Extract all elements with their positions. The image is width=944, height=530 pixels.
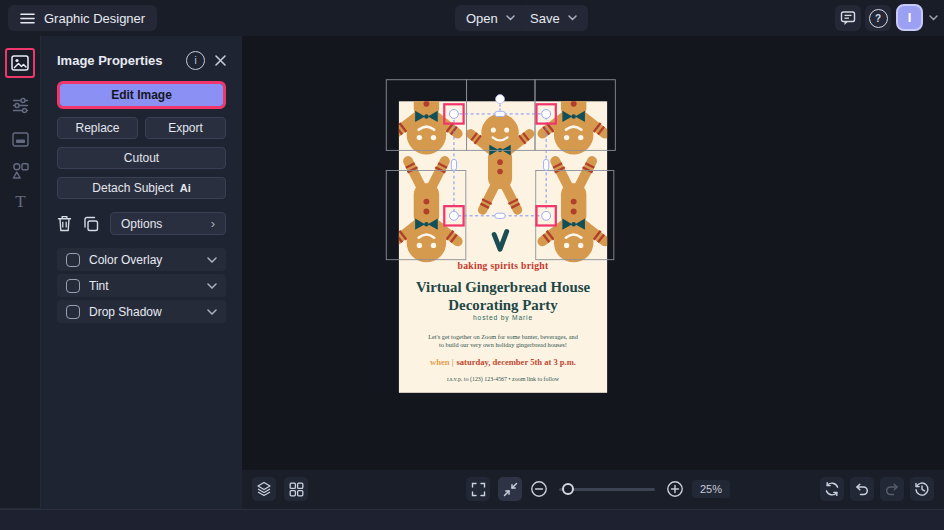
feedback-button[interactable] xyxy=(835,5,861,31)
tint-checkbox[interactable] xyxy=(66,279,80,293)
invite-title-line1: Virtual Gingerbread House xyxy=(416,279,591,295)
resize-handle-right[interactable] xyxy=(544,159,549,170)
annotation-highlight-edit-image: Edit Image xyxy=(57,81,226,109)
cutout-button[interactable]: Cutout xyxy=(57,147,226,169)
invite-rsvp: r.s.v.p. to (123) 123-4567 • zoom link t… xyxy=(447,376,560,383)
ai-badge: Ai xyxy=(180,182,191,194)
avatar[interactable]: I xyxy=(896,4,923,31)
chevron-down-icon[interactable] xyxy=(207,309,217,315)
layers-icon xyxy=(256,481,272,497)
adjustments-icon xyxy=(12,97,29,114)
fit-screen-icon xyxy=(503,482,518,497)
open-button[interactable]: Open xyxy=(455,5,526,31)
sidebar-tool-canvas[interactable] xyxy=(0,124,41,154)
chevron-down-icon[interactable] xyxy=(207,283,217,289)
options-button[interactable]: Options › xyxy=(110,212,226,235)
bottom-toolbar: 25% xyxy=(242,470,944,509)
hamburger-menu-icon[interactable] xyxy=(20,13,35,24)
sync-icon xyxy=(824,481,840,497)
image-icon xyxy=(11,55,29,71)
canvas-area[interactable]: baking spirits bright Virtual Gingerbrea… xyxy=(242,36,944,470)
zoom-in-button[interactable] xyxy=(666,480,684,498)
invite-body-line1: Let's get together on Zoom for some bant… xyxy=(428,333,579,340)
resize-handle-bottom[interactable] xyxy=(495,213,505,218)
resize-handle-top-left[interactable] xyxy=(449,109,458,118)
info-icon[interactable]: i xyxy=(186,51,205,70)
invite-body-line2: to build our very own holiday gingerbrea… xyxy=(439,341,567,348)
app-title: Graphic Designer xyxy=(44,11,145,26)
plus-circle-icon xyxy=(666,480,684,498)
account-menu-caret[interactable] xyxy=(929,15,938,21)
frame-icon xyxy=(12,132,29,147)
sidebar-tool-image[interactable] xyxy=(11,55,29,71)
tint-row[interactable]: Tint xyxy=(57,274,226,297)
canvas-stage[interactable]: baking spirits bright Virtual Gingerbrea… xyxy=(242,36,944,470)
history-icon xyxy=(914,481,930,497)
refresh-button[interactable] xyxy=(820,477,844,501)
zoom-level-value[interactable]: 25% xyxy=(692,480,730,498)
fullscreen-button[interactable] xyxy=(466,477,490,501)
resize-handle-bottom-right[interactable] xyxy=(542,211,551,220)
save-button[interactable]: Save xyxy=(519,5,588,31)
duplicate-button[interactable] xyxy=(83,216,99,232)
sidebar-tool-text[interactable]: T xyxy=(0,186,41,216)
invite-heading-small: baking spirits bright xyxy=(458,260,550,271)
resize-handle-bottom-left[interactable] xyxy=(449,211,458,220)
zoom-slider[interactable] xyxy=(559,488,655,491)
color-overlay-row[interactable]: Color Overlay xyxy=(57,248,226,271)
annotation-highlight-image-tool xyxy=(5,48,35,78)
chevron-down-icon xyxy=(506,15,515,21)
comment-icon xyxy=(840,10,856,26)
shapes-icon xyxy=(12,162,29,179)
image-properties-panel: Image Properties i Edit Image Replace Ex… xyxy=(41,36,242,509)
app-menu-chip[interactable]: Graphic Designer xyxy=(8,5,157,31)
sidebar-tool-adjustments[interactable] xyxy=(0,90,41,120)
close-icon xyxy=(215,55,226,66)
undo-icon xyxy=(854,482,870,496)
pages-grid-button[interactable] xyxy=(284,477,308,501)
chevron-down-icon[interactable] xyxy=(207,257,217,263)
chevron-down-icon xyxy=(929,15,938,21)
chevron-down-icon xyxy=(568,15,577,21)
bottom-strip xyxy=(0,509,944,530)
detach-subject-button[interactable]: Detach Subject Ai xyxy=(57,177,226,199)
close-panel-button[interactable] xyxy=(215,55,226,66)
drop-shadow-row[interactable]: Drop Shadow xyxy=(57,300,226,323)
zoom-slider-knob[interactable] xyxy=(562,483,574,495)
export-button[interactable]: Export xyxy=(145,117,226,139)
rotate-handle[interactable] xyxy=(496,95,505,104)
chevron-right-icon: › xyxy=(211,216,215,231)
resize-handle-top-right[interactable] xyxy=(542,109,551,118)
fullscreen-icon xyxy=(471,482,486,497)
minus-circle-icon xyxy=(530,480,548,498)
top-bar: Graphic Designer Open Save ? I xyxy=(0,0,944,36)
sidebar-tool-elements[interactable] xyxy=(0,155,41,185)
left-toolbar: T xyxy=(0,36,41,509)
trash-icon xyxy=(57,215,72,232)
invite-when-line: when |saturday, december 5th at 3 p.m. xyxy=(430,357,576,367)
zoom-out-button[interactable] xyxy=(530,480,548,498)
layers-button[interactable] xyxy=(252,477,276,501)
grid-icon xyxy=(289,482,304,497)
copy-icon xyxy=(83,216,99,232)
help-button[interactable]: ? xyxy=(865,5,891,31)
invite-title-line2: Decorating Party xyxy=(448,297,558,313)
resize-handle-left[interactable] xyxy=(451,159,456,170)
redo-icon xyxy=(884,482,900,496)
history-button[interactable] xyxy=(910,477,934,501)
fit-to-screen-button[interactable] xyxy=(498,477,522,501)
text-tool-icon: T xyxy=(15,193,25,210)
edit-image-button[interactable]: Edit Image xyxy=(60,84,223,106)
resize-handle-top[interactable] xyxy=(495,111,505,116)
replace-button[interactable]: Replace xyxy=(57,117,138,139)
color-overlay-checkbox[interactable] xyxy=(66,253,80,267)
redo-button[interactable] xyxy=(880,477,904,501)
panel-title: Image Properties xyxy=(57,53,186,68)
delete-button[interactable] xyxy=(57,215,72,232)
help-icon: ? xyxy=(869,9,888,28)
undo-button[interactable] xyxy=(850,477,874,501)
invite-hosted-by: hosted by Marie xyxy=(473,314,533,322)
drop-shadow-checkbox[interactable] xyxy=(66,305,80,319)
